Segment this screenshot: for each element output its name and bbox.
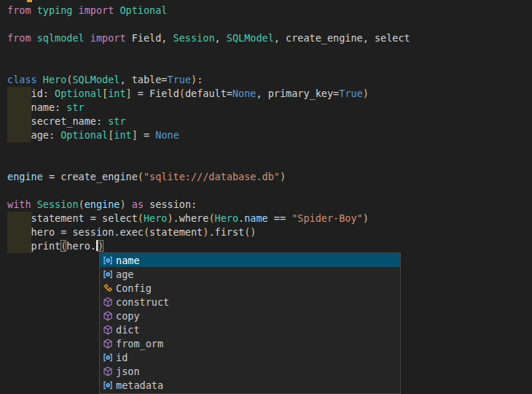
matched-bracket: ) — [98, 240, 103, 252]
code-line[interactable]: statement = select(Hero).where(Hero.name… — [7, 212, 532, 225]
code-token: . — [238, 212, 244, 224]
code-line[interactable] — [7, 142, 532, 156]
code-token: secret_name: — [7, 115, 108, 127]
code-token: .where — [173, 212, 209, 224]
code-line[interactable]: from sqlmodel import Field, Session, SQL… — [7, 31, 532, 45]
method-icon — [102, 324, 114, 336]
code-line[interactable] — [7, 18, 532, 31]
suggestion-item[interactable]: name — [100, 253, 400, 267]
code-line[interactable]: hero = session.exec(statement).first() — [7, 225, 532, 239]
code-token — [126, 198, 132, 210]
code-token: int — [114, 129, 131, 141]
code-token: True — [339, 88, 363, 99]
code-token: None — [155, 129, 179, 141]
code-token: sqlmodel — [37, 32, 90, 44]
code-line[interactable]: with Session(engine) as session: — [7, 198, 532, 212]
suggestion-item[interactable]: from_orm — [100, 336, 400, 350]
code-token: str — [66, 101, 84, 113]
code-line[interactable]: id: Optional[int] = Field(default=None, … — [7, 87, 532, 101]
suggestion-label: dict — [116, 324, 140, 336]
code-line[interactable] — [7, 45, 532, 59]
code-token: [ — [102, 88, 108, 99]
code-line[interactable]: name: str — [7, 101, 532, 115]
code-token: statement — [149, 226, 203, 238]
suggestion-item[interactable]: Config — [100, 281, 400, 295]
suggestion-label: metadata — [116, 379, 163, 391]
class-icon — [102, 282, 114, 294]
code-token: , primary_key= — [256, 88, 339, 99]
suggestion-item[interactable]: copy — [100, 309, 400, 322]
code-line[interactable] — [7, 59, 532, 73]
code-line[interactable]: class Hero(SQLModel, table=True): — [7, 73, 532, 87]
code-line[interactable]: age: Optional[int] = None — [7, 128, 532, 142]
code-token: True — [168, 74, 192, 85]
method-icon — [102, 366, 114, 377]
suggestion-label: copy — [116, 310, 140, 322]
code-token: default= — [185, 88, 232, 99]
suggestion-label: Config — [116, 282, 152, 294]
code-token: Hero — [215, 212, 239, 224]
code-line[interactable] — [7, 156, 532, 170]
code-token: ) — [167, 212, 173, 224]
code-token: = create_engine — [43, 171, 138, 182]
suggestion-item[interactable]: age — [100, 267, 400, 281]
code-token: : — [197, 74, 203, 85]
suggestion-label: json — [116, 366, 140, 377]
code-token: ) — [191, 74, 197, 85]
code-token: = — [138, 129, 155, 141]
code-token: int — [108, 88, 125, 99]
field-icon — [102, 352, 114, 363]
method-icon — [102, 310, 114, 322]
suggestion-item[interactable]: dict — [100, 322, 400, 336]
code-token: statement = select — [7, 212, 138, 224]
suggestion-label: age — [116, 269, 133, 280]
suggestion-item[interactable]: metadata — [100, 378, 400, 392]
code-token: ) — [363, 212, 369, 224]
code-token: Session — [37, 198, 79, 210]
code-token: ] — [126, 88, 132, 99]
code-line[interactable]: print(hero.) — [7, 239, 532, 253]
code-token: name: — [7, 101, 66, 113]
code-token: Optional — [120, 4, 167, 16]
code-token: , table= — [120, 74, 167, 85]
code-token: ( — [144, 226, 149, 238]
code-token: print — [7, 240, 60, 252]
code-token: age: — [7, 129, 60, 141]
code-token: from — [7, 4, 37, 16]
code-token: None — [232, 88, 257, 99]
code-token: session: — [149, 198, 197, 210]
code-token: hero = session.exec — [7, 226, 144, 238]
code-token: typing — [37, 4, 79, 16]
code-token: ( — [79, 198, 85, 210]
suggestion-item[interactable]: construct — [100, 295, 400, 309]
code-token: engine — [7, 171, 43, 182]
code-token: class — [7, 74, 43, 85]
code-token: from — [7, 32, 37, 44]
code-token: == — [268, 212, 292, 224]
code-token: Hero — [43, 74, 67, 85]
code-token: import — [90, 32, 132, 44]
code-token: with — [7, 198, 37, 210]
code-token: ( — [138, 212, 144, 224]
code-line[interactable]: engine = create_engine("sqlite:///databa… — [7, 170, 532, 184]
code-token: Optional — [60, 129, 108, 141]
code-token: ) — [120, 198, 125, 210]
code-line[interactable]: secret_name: str — [7, 115, 532, 128]
code-line[interactable]: from typing import Optional — [7, 4, 532, 18]
suggestion-label: construct — [116, 296, 169, 308]
code-token: SQLModel — [72, 74, 120, 85]
code-token: ( — [208, 212, 214, 224]
code-line[interactable] — [7, 184, 532, 198]
suggestion-label: name — [116, 255, 140, 266]
suggestion-item[interactable]: id — [100, 350, 400, 364]
code-token: = Field — [132, 88, 179, 99]
code-token: str — [108, 115, 125, 127]
autocomplete-popup[interactable]: nameageConfigconstructcopydictfrom_ormid… — [99, 252, 401, 394]
suggestion-item[interactable]: json — [100, 364, 400, 378]
code-token: ( — [179, 88, 185, 99]
code-token: ( — [138, 171, 144, 182]
code-token: "sqlite:///database.db" — [144, 171, 280, 182]
code-token: Field, — [132, 32, 173, 44]
code-token: import — [79, 4, 120, 16]
code-token: id: — [7, 88, 55, 99]
